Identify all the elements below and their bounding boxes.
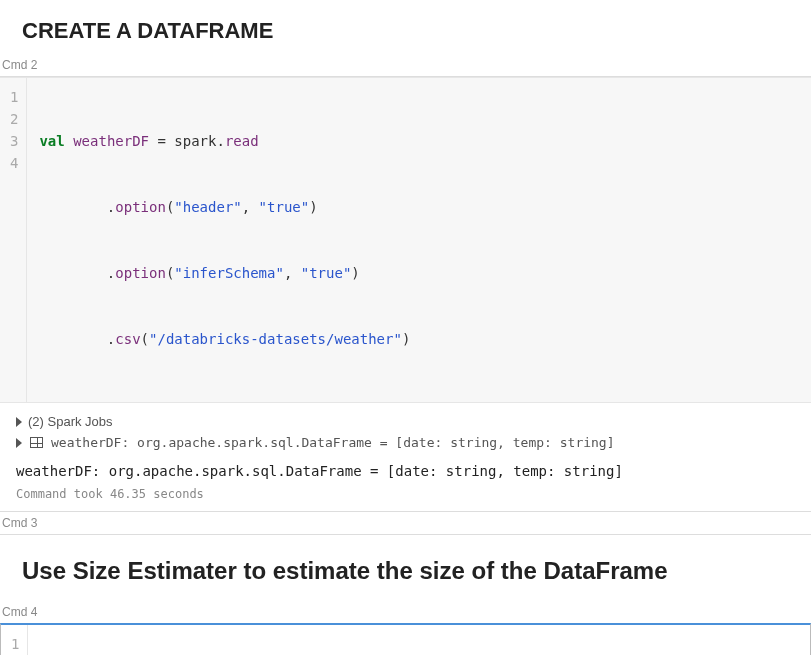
gutter-cell-4: 1 2 3 (1, 625, 28, 655)
code-cell-4[interactable]: 1 2 3 import org.apache.spark.util.SizeE… (0, 623, 811, 655)
code-lines-cell-2[interactable]: val weatherDF = spark.read .option("head… (27, 78, 811, 402)
schema-text: weatherDF: org.apache.spark.sql.DataFram… (51, 435, 615, 450)
code-text: ) (402, 331, 410, 347)
string-literal: "header" (174, 199, 241, 215)
code-text: ) (309, 199, 317, 215)
identifier: option (115, 265, 166, 281)
schema-row[interactable]: weatherDF: org.apache.spark.sql.DataFram… (16, 432, 795, 453)
line-number: 1 (10, 86, 18, 108)
code-text: . (39, 199, 115, 215)
heading-create-dataframe: CREATE A DATAFRAME (0, 0, 811, 54)
code-text: = spark. (149, 133, 225, 149)
triangle-right-icon (16, 438, 22, 448)
command-timing: Command took 46.35 seconds (0, 481, 811, 511)
string-literal: "true" (301, 265, 352, 281)
cmd-label-2: Cmd 2 (0, 54, 811, 77)
gutter-cell-2: 1 2 3 4 (0, 78, 27, 402)
code-text: . (39, 331, 115, 347)
heading-size-estimator: Use Size Estimater to estimate the size … (0, 535, 811, 601)
spark-jobs-row[interactable]: (2) Spark Jobs (16, 411, 795, 432)
string-literal: "true" (259, 199, 310, 215)
identifier: option (115, 199, 166, 215)
line-number: 3 (10, 130, 18, 152)
cmd-label-3: Cmd 3 (0, 512, 811, 535)
line-number: 2 (10, 108, 18, 130)
output-cell-2: (2) Spark Jobs weatherDF: org.apache.spa… (0, 403, 811, 459)
code-text: ( (141, 331, 149, 347)
identifier: weatherDF (73, 133, 149, 149)
spark-jobs-text: (2) Spark Jobs (28, 414, 113, 429)
code-lines-cell-4[interactable]: import org.apache.spark.util.SizeEstimat… (28, 625, 810, 655)
code-text: . (39, 265, 115, 281)
code-text: , (284, 265, 301, 281)
line-number: 1 (11, 633, 19, 655)
string-literal: "inferSchema" (174, 265, 284, 281)
line-number: 4 (10, 152, 18, 174)
string-literal: "/databricks-datasets/weather" (149, 331, 402, 347)
result-line: weatherDF: org.apache.spark.sql.DataFram… (0, 459, 811, 481)
identifier: read (225, 133, 259, 149)
table-icon (30, 437, 43, 448)
cmd-label-4: Cmd 4 (0, 601, 811, 623)
code-cell-2[interactable]: 1 2 3 4 val weatherDF = spark.read .opti… (0, 77, 811, 403)
identifier: csv (115, 331, 140, 347)
code-text: ) (351, 265, 359, 281)
triangle-right-icon (16, 417, 22, 427)
keyword-val: val (39, 133, 64, 149)
code-text: , (242, 199, 259, 215)
